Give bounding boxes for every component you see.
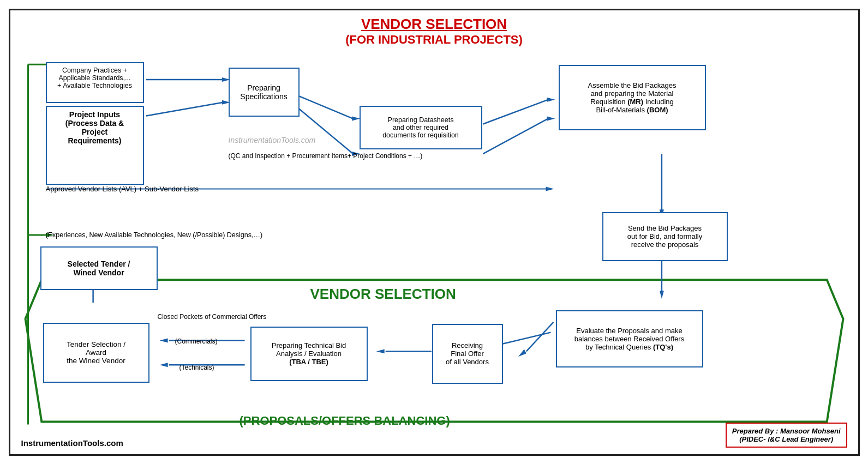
project-inputs-box: Project Inputs (Process Data & Project R… [46, 106, 144, 185]
svg-line-22 [526, 322, 553, 351]
preparing-specs-box: Preparing Specifications [229, 68, 300, 117]
title-area: VENDOR SELECTION (FOR INDUSTRIAL PROJECT… [16, 16, 853, 47]
closed-pockets-label: Closed Pockets of Commercial Offers [158, 313, 267, 321]
svg-line-12 [483, 99, 548, 124]
svg-line-6 [146, 102, 223, 116]
commercials-label: (Commercials) [175, 338, 218, 345]
evaluate-proposals-text: Evaluate the Proposals and makebalances … [574, 327, 684, 351]
evaluate-proposals-box: Evaluate the Proposals and makebalances … [556, 310, 703, 367]
approved-vendor-label: Approved Vendor Lists (AVL) + Sub-Vendor… [46, 185, 199, 193]
selected-tender-box: Selected Tender / Wined Vendor [40, 246, 158, 290]
preparing-tba-text: Preparing Technical BidAnalysis / Evalua… [272, 341, 346, 366]
experiences-label: (Experiences, New Available Technologies… [46, 231, 263, 239]
tender-selection-box: Tender Selection / Award the Wined Vendo… [43, 323, 149, 383]
watermark: InstrumentationTools.com [229, 136, 316, 144]
assemble-bid-box: Assemble the Bid Packagesand preparing t… [559, 65, 706, 130]
vendor-selection-label: VENDOR SELECTION [310, 286, 456, 303]
company-practices-box: Company Practices + Applicable Standards… [46, 62, 144, 103]
proposals-balancing-label: (PROPOSALS/OFFERS BALANCING) [240, 414, 450, 428]
title-line2: (FOR INDUSTRIAL PROJECTS) [16, 33, 853, 47]
svg-marker-23 [518, 349, 526, 357]
svg-marker-15 [547, 116, 555, 120]
assemble-bid-text: Assemble the Bid Packagesand preparing t… [588, 81, 677, 114]
preparing-datasheets-box: Preparing Datasheets and other required … [360, 106, 482, 149]
preparing-tba-box: Preparing Technical BidAnalysis / Evalua… [250, 327, 368, 381]
project-inputs-text: Project Inputs (Process Data & Project R… [65, 110, 124, 145]
footer-right: Prepared By : Mansoor Mohseni (PIDEC- I&… [726, 423, 847, 448]
footer-left: InstrumentationTools.com [21, 438, 123, 448]
title-line1: VENDOR SELECTION [16, 16, 853, 33]
send-bid-box: Send the Bid Packages out for Bid, and f… [602, 212, 728, 261]
technicals-label: (Technicals) [179, 364, 214, 371]
svg-marker-9 [352, 116, 360, 120]
svg-marker-31 [159, 363, 167, 367]
svg-marker-29 [159, 338, 167, 342]
main-container: VENDOR SELECTION (FOR INDUSTRIAL PROJECT… [9, 9, 860, 456]
receiving-final-box: Receiving Final Offer of all Vendors [432, 324, 503, 384]
svg-marker-13 [547, 97, 555, 101]
svg-line-14 [483, 118, 548, 154]
footer-right-line2: (PIDEC- I&C Lead Engineer) [732, 435, 841, 443]
svg-marker-21 [659, 291, 663, 299]
svg-marker-27 [376, 349, 384, 353]
svg-marker-17 [546, 186, 554, 191]
footer-right-line1: Prepared By : Mansoor Mohseni [732, 427, 841, 435]
qc-label: (QC and Inspection + Procurement Items+ … [229, 152, 545, 160]
